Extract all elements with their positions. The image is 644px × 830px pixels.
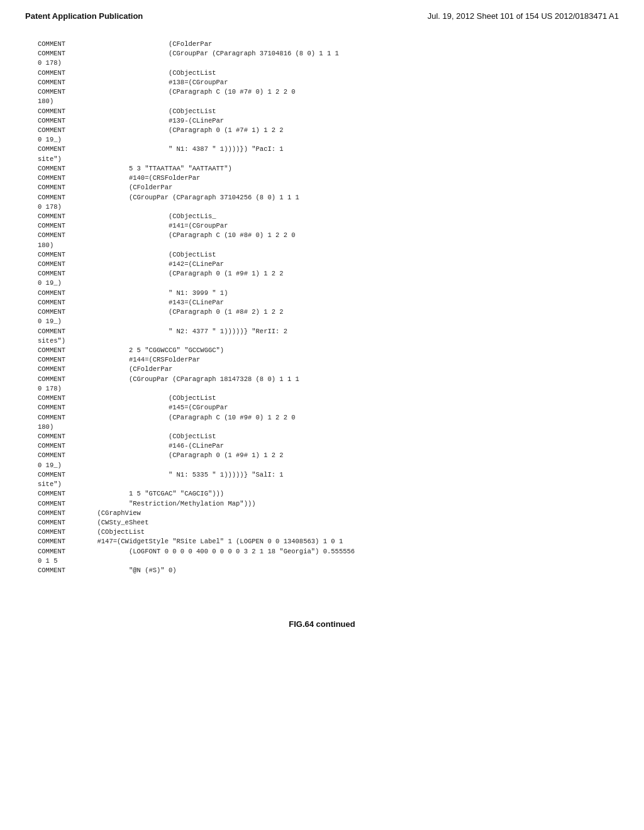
code-block: COMMENT (CFolderPar COMMENT (CGroupPar (… bbox=[38, 40, 606, 575]
sheet-info: Jul. 19, 2012 Sheet 101 of 154 US 2012/0… bbox=[428, 11, 619, 21]
figure-caption: FIG.64 continued bbox=[0, 619, 644, 629]
page-header: Patent Application Publication Jul. 19, … bbox=[0, 0, 644, 27]
publication-label: Patent Application Publication bbox=[25, 11, 143, 21]
main-content: COMMENT (CFolderPar COMMENT (CGroupPar (… bbox=[0, 27, 644, 600]
